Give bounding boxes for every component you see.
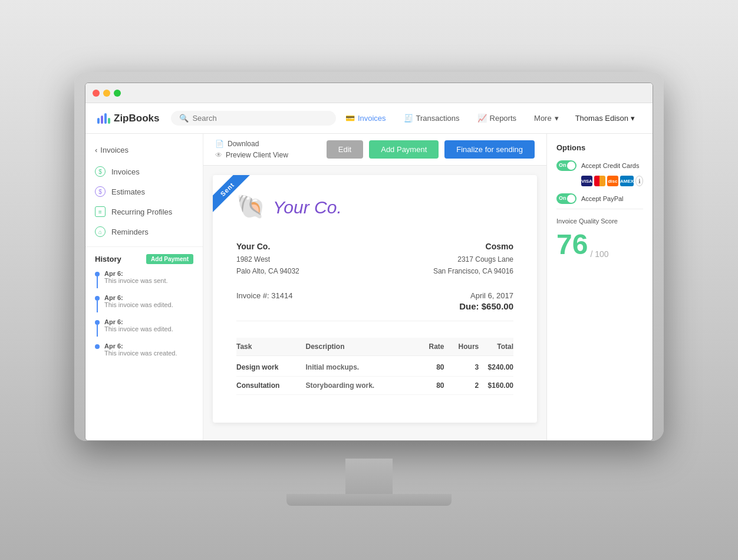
sidebar: ‹ Invoices $ Invoices $ Estimates ≡ Recu… [85,134,203,440]
history-desc-2: This invoice was edited. [104,301,173,308]
history-title: History [95,255,121,263]
action-bar-left: 📄 Download 👁 Preview Client View [215,140,288,159]
history-date-3: Apr 6: [104,318,173,325]
history-dot [95,296,100,301]
invoice-header: 🐚 Your Co. [236,193,513,222]
search-box[interactable]: 🔍 [171,111,336,126]
preview-link[interactable]: 👁 Preview Client View [215,151,288,159]
sidebar-item-invoices[interactable]: $ Invoices [85,162,203,182]
finalize-button[interactable]: Finalize for sending [444,140,535,159]
sent-ribbon: Sent [213,175,266,228]
history-desc-4: This invoice was created. [104,350,177,357]
credit-cards-toggle[interactable]: On [556,160,576,171]
nav-invoices[interactable]: 💳 Invoices [338,110,393,126]
sidebar-item-estimates[interactable]: $ Estimates [85,182,203,202]
history-item-3: Apr 6: This invoice was edited. [95,318,193,337]
sent-label: Sent [213,175,252,215]
history-dot [95,272,100,276]
top-navigation: ZipBooks 🔍 💳 Invoices 🧾 Transactions [85,103,653,134]
invoice-paper: Sent 🐚 Your Co. [213,175,537,423]
edit-button[interactable]: Edit [327,140,363,159]
nav-reports[interactable]: 📈 Reports [470,110,524,126]
quality-score-title: Invoice Quality Score [556,218,643,225]
close-dot[interactable] [93,90,100,97]
back-arrow-icon: ‹ [95,146,97,154]
quality-score-display: 76 / 100 [556,230,643,259]
options-title: Options [556,143,643,152]
invoice-table-header: Task Description Rate Hours Total [236,338,513,356]
history-date-1: Apr 6: [104,270,168,277]
maximize-dot[interactable] [114,90,121,97]
visa-icon: VISA [581,176,592,186]
history-dot [95,344,100,349]
invoices-icon: 💳 [345,114,355,123]
history-line [97,276,98,288]
table-row: Design work Initial mockups. 80 3 $240.0… [236,358,513,377]
history-section: History Add Payment Apr 6: This invoice … [85,246,203,367]
invoice-number: Invoice #: 31414 [236,291,292,311]
card-icons: VISA disc AMEX ℹ [581,176,643,186]
client-address: Cosmo 2317 Cougs Lane San Francisco, CA … [433,240,513,277]
paypal-toggle[interactable]: On [556,193,576,204]
logo-icon [97,113,110,124]
nav-links: 💳 Invoices 🧾 Transactions 📈 Reports More… [338,110,641,126]
history-desc-3: This invoice was edited. [104,325,173,332]
invoice-meta: Invoice #: 31414 April 6, 2017 Due: $650… [236,291,513,321]
history-dot [95,320,100,325]
nav-transactions[interactable]: 🧾 Transactions [397,110,467,126]
invoice-wrapper: Sent 🐚 Your Co. [203,166,546,437]
nav-more[interactable]: More ▾ [527,110,566,126]
history-line [97,325,98,337]
amex-icon: AMEX [620,176,634,186]
invoice-date: April 6, 2017 [459,291,513,300]
transactions-icon: 🧾 [404,114,413,123]
recurring-nav-icon: ≡ [95,206,106,217]
add-payment-small-button[interactable]: Add Payment [146,254,193,264]
card-info-icon[interactable]: ℹ [635,176,643,186]
invoices-nav-icon: $ [95,166,106,177]
credit-cards-option: On Accept Credit Cards [556,160,643,171]
right-panel: Options On Accept Credit Cards VISA disc… [546,134,653,440]
paypal-label: Accept PayPal [581,195,643,202]
logo: ZipBooks [97,113,159,124]
reports-icon: 📈 [477,114,487,123]
history-desc-1: This invoice was sent. [104,277,168,284]
title-bar [85,83,653,103]
content-area: 📄 Download 👁 Preview Client View Edit Ad… [203,134,546,440]
history-date-2: Apr 6: [104,294,173,301]
table-row: Consultation Storyboarding work. 80 2 $1… [236,377,513,395]
invoice-addresses: Your Co. 1982 West Palo Alto, CA 94032 C… [236,240,513,277]
discover-icon: disc [607,176,618,186]
quality-score-section: Invoice Quality Score 76 / 100 [556,209,643,259]
history-header: History Add Payment [95,254,193,264]
quality-score-value: 76 [556,230,588,259]
add-payment-button[interactable]: Add Payment [369,140,439,159]
estimates-nav-icon: $ [95,186,106,197]
user-chevron-icon: ▾ [631,114,635,123]
quality-score-max: / 100 [590,249,608,259]
download-link[interactable]: 📄 Download [215,140,288,148]
sidebar-item-reminders[interactable]: ⌂ Reminders [85,222,203,242]
reminders-nav-icon: ⌂ [95,226,106,237]
invoice-due: Due: $650.00 [459,301,513,311]
minimize-dot[interactable] [103,90,110,97]
paypal-option: On Accept PayPal [556,193,643,204]
history-item-2: Apr 6: This invoice was edited. [95,294,193,312]
sidebar-back-button[interactable]: ‹ Invoices [85,142,203,162]
history-item-4: Apr 6: This invoice was created. [95,342,193,357]
action-bar: 📄 Download 👁 Preview Client View Edit Ad… [203,134,546,166]
search-input[interactable] [192,114,328,123]
company-address: Your Co. 1982 West Palo Alto, CA 94032 [236,240,299,277]
logo-text: ZipBooks [114,113,159,124]
sidebar-item-recurring-profiles[interactable]: ≡ Recurring Profiles [85,202,203,222]
company-name: Your Co. [273,197,342,218]
download-icon: 📄 [215,140,224,148]
credit-cards-label: Accept Credit Cards [581,162,643,169]
history-item-1: Apr 6: This invoice was sent. [95,270,193,288]
user-menu[interactable]: Thomas Edison ▾ [569,110,641,126]
action-buttons: Edit Add Payment Finalize for sending [327,140,535,159]
preview-icon: 👁 [215,151,222,159]
mastercard-icon [594,176,605,186]
history-line [97,301,98,312]
more-chevron-icon: ▾ [555,114,559,123]
